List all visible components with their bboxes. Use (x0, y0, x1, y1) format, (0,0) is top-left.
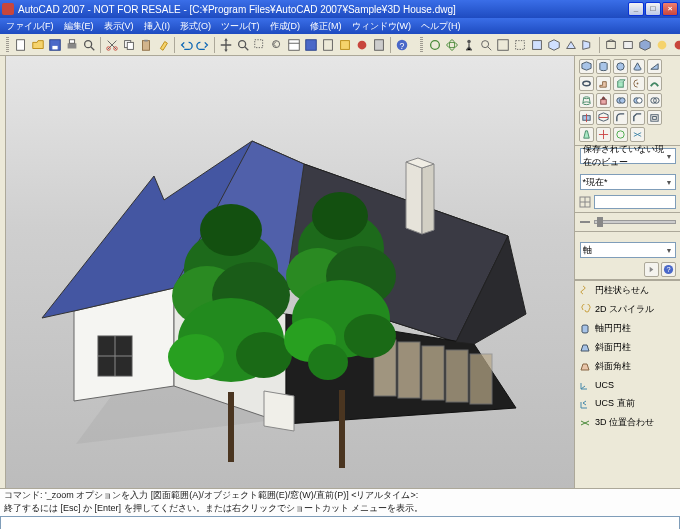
svg-point-72 (583, 102, 590, 105)
polysolid-icon[interactable] (596, 76, 611, 91)
palette-shrink-icon[interactable] (644, 262, 659, 277)
list-item[interactable]: 斜面角柱 (575, 357, 680, 376)
subtract-icon[interactable] (630, 93, 645, 108)
view-left-button[interactable] (580, 37, 596, 53)
palette-help-icon[interactable]: ? (661, 262, 676, 277)
revolve-icon[interactable] (630, 76, 645, 91)
menu-draw[interactable]: 作成(D) (270, 20, 301, 33)
menu-modify[interactable]: 修正(M) (310, 20, 342, 33)
3dalign-icon[interactable] (630, 127, 645, 142)
zoom-realtime-button[interactable] (235, 37, 251, 53)
help-button[interactable]: ? (394, 37, 410, 53)
menu-window[interactable]: ウィンドウ(W) (352, 20, 412, 33)
new-button[interactable] (13, 37, 29, 53)
svg-marker-13 (224, 38, 228, 41)
render-button[interactable] (654, 37, 670, 53)
viewport[interactable] (6, 56, 574, 488)
torus-icon[interactable] (579, 76, 594, 91)
command-input[interactable] (0, 516, 680, 530)
sphere-icon[interactable] (613, 59, 628, 74)
paste-button[interactable] (138, 37, 154, 53)
wireframe-button[interactable] (603, 37, 619, 53)
loft-icon[interactable] (579, 93, 594, 108)
properties-button[interactable] (286, 37, 302, 53)
3d-orbit-button[interactable] (444, 37, 460, 53)
zoom-window2-button[interactable] (512, 37, 528, 53)
menu-edit[interactable]: 編集(E) (64, 20, 94, 33)
preview-button[interactable] (81, 37, 97, 53)
union-icon[interactable] (613, 93, 628, 108)
dcc-button[interactable] (303, 37, 319, 53)
save-button[interactable] (47, 37, 63, 53)
print-button[interactable] (64, 37, 80, 53)
axis-projection-dropdown[interactable]: 軸▼ (580, 242, 676, 258)
list-item[interactable]: 軸円円柱 (575, 319, 680, 338)
close-button[interactable]: × (662, 2, 678, 16)
zoom-window-button[interactable] (252, 37, 268, 53)
cone-icon[interactable] (630, 59, 645, 74)
slider-bar[interactable] (594, 220, 676, 224)
open-button[interactable] (30, 37, 46, 53)
hidden-button[interactable] (620, 37, 636, 53)
extrude-icon[interactable] (613, 76, 628, 91)
box-icon[interactable] (579, 59, 594, 74)
presspull-icon[interactable] (596, 93, 611, 108)
menu-help[interactable]: ヘルプ(H) (421, 20, 461, 33)
fillet-icon[interactable] (613, 110, 628, 125)
section-icon[interactable] (596, 110, 611, 125)
coords-input[interactable] (594, 195, 676, 209)
list-item[interactable]: UCS 直前 (575, 394, 680, 413)
3drotate-icon[interactable] (613, 127, 628, 142)
slice-icon[interactable] (579, 110, 594, 125)
svg-point-68 (583, 81, 590, 86)
view-top-button[interactable] (529, 37, 545, 53)
svg-rect-21 (306, 39, 317, 50)
undo-button[interactable] (178, 37, 194, 53)
taper-icon[interactable] (579, 127, 594, 142)
walk-button[interactable] (461, 37, 477, 53)
list-item[interactable]: UCS (575, 376, 680, 394)
menu-view[interactable]: 表示(V) (104, 20, 134, 33)
cylinder-icon[interactable] (596, 59, 611, 74)
intersect-icon[interactable] (647, 93, 662, 108)
tool-palette-button[interactable] (320, 37, 336, 53)
view-front-button[interactable] (563, 37, 579, 53)
3dmove-icon[interactable] (596, 127, 611, 142)
redo-button[interactable] (195, 37, 211, 53)
view-iso-button[interactable] (546, 37, 562, 53)
list-item[interactable]: 3D 位置合わせ (575, 413, 680, 432)
zoom-prev-button[interactable] (269, 37, 285, 53)
zoom-button[interactable] (478, 37, 494, 53)
match-button[interactable] (155, 37, 171, 53)
svg-point-77 (620, 98, 626, 104)
maximize-button[interactable]: □ (645, 2, 661, 16)
svg-rect-12 (144, 39, 148, 41)
copy-button[interactable] (121, 37, 137, 53)
view-dropdown[interactable]: 保存されていない現在のビュー▼ (580, 148, 676, 164)
qcalc-button[interactable] (371, 37, 387, 53)
sheetset-button[interactable] (337, 37, 353, 53)
svg-point-5 (85, 40, 92, 47)
chamfer-icon[interactable] (630, 110, 645, 125)
zoom-extents-button[interactable] (495, 37, 511, 53)
wedge-icon[interactable] (647, 59, 662, 74)
menu-tools[interactable]: ツール(T) (221, 20, 260, 33)
cut-button[interactable] (104, 37, 120, 53)
window-title: AutoCAD 2007 - NOT FOR RESALE - [C:¥Prog… (18, 4, 456, 15)
menu-format[interactable]: 形式(O) (180, 20, 211, 33)
shell-icon[interactable] (647, 110, 662, 125)
current-dropdown[interactable]: *現在*▼ (580, 174, 676, 190)
minimize-button[interactable]: _ (628, 2, 644, 16)
menu-insert[interactable]: 挿入(I) (144, 20, 171, 33)
list-item[interactable]: 2D スパイラル (575, 300, 680, 319)
list-item[interactable]: 斜面円柱 (575, 338, 680, 357)
orbit-button[interactable] (427, 37, 443, 53)
sweep-icon[interactable] (647, 76, 662, 91)
pan-button[interactable] (218, 37, 234, 53)
materials-button[interactable] (671, 37, 680, 53)
menu-file[interactable]: ファイル(F) (6, 20, 54, 33)
command-history-2: 終了するには [Esc] か [Enter] を押してください。または右クリック… (0, 502, 680, 515)
list-item[interactable]: 円柱状らせん (575, 281, 680, 300)
shaded-button[interactable] (637, 37, 653, 53)
markup-button[interactable] (354, 37, 370, 53)
